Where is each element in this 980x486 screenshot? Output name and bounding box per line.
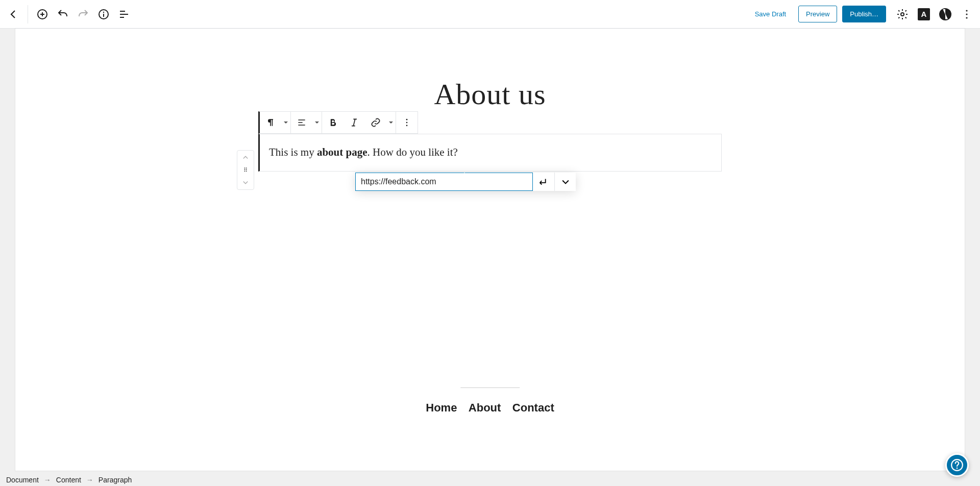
- jetpack-button[interactable]: [936, 5, 954, 23]
- undo-button[interactable]: [54, 5, 72, 23]
- header-left-tools: [4, 5, 133, 23]
- editor-header: Save Draft Preview Publish… A: [0, 0, 980, 29]
- settings-button[interactable]: [893, 5, 912, 23]
- info-icon: [97, 8, 110, 20]
- plus-circle-icon: [36, 8, 48, 20]
- header-right-actions: Save Draft Preview Publish… A: [749, 5, 976, 23]
- svg-point-2: [103, 11, 104, 12]
- outline-button[interactable]: [115, 5, 133, 23]
- info-button[interactable]: [94, 5, 113, 23]
- jetpack-icon: [939, 8, 951, 20]
- list-icon: [118, 8, 130, 20]
- more-vertical-icon: [961, 8, 973, 20]
- accessibility-button[interactable]: A: [915, 5, 933, 23]
- back-button[interactable]: [4, 5, 22, 23]
- publish-button[interactable]: Publish…: [842, 6, 886, 22]
- divider: [28, 5, 28, 23]
- redo-button[interactable]: [74, 5, 92, 23]
- undo-icon: [57, 8, 69, 20]
- add-block-button[interactable]: [33, 5, 52, 23]
- more-menu-button[interactable]: [958, 5, 976, 23]
- preview-button[interactable]: Preview: [798, 6, 837, 22]
- svg-point-6: [966, 17, 967, 18]
- svg-point-4: [966, 10, 967, 11]
- save-draft-button[interactable]: Save Draft: [749, 6, 792, 22]
- svg-point-5: [966, 13, 967, 15]
- redo-icon: [77, 8, 89, 20]
- gear-icon: [896, 8, 909, 20]
- svg-point-3: [901, 13, 904, 16]
- chevron-left-icon: [7, 8, 19, 20]
- letter-a-icon: A: [918, 8, 930, 20]
